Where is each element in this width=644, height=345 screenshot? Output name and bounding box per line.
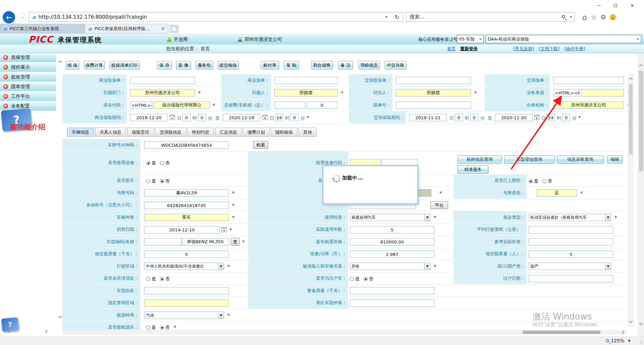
displacement-input[interactable]: 2.987 (350, 251, 434, 258)
radio-yes[interactable] (146, 179, 150, 183)
licensed-radio[interactable]: 是否 (529, 178, 552, 184)
is-new-car-radio[interactable]: 是否 (146, 178, 170, 184)
address-bar[interactable]: e http://10.134.132.176:8000/prpall/?cal… (29, 12, 403, 22)
ctp-period-to-hour[interactable]: 24 (547, 114, 555, 121)
source-input-2[interactable] (581, 89, 624, 96)
search-icon[interactable] (562, 15, 565, 18)
belong-input[interactable]: 邢丽霞 (274, 89, 338, 96)
recommend-code-input[interactable] (350, 159, 381, 166)
scroll-right-icon[interactable] (621, 330, 624, 334)
scrollbar-thumb[interactable] (523, 331, 600, 334)
scroll-up-icon[interactable] (58, 60, 62, 64)
new-price-input[interactable]: 810000.00 (350, 238, 434, 246)
radio-no[interactable] (160, 161, 164, 165)
browser-tab-core-system[interactable]: e PICC第三代核心业务系统 (0, 24, 85, 33)
submit-underwriting-button[interactable]: 提交核保 (218, 61, 238, 69)
first-reg-input[interactable]: 2014-12-10 (144, 226, 220, 233)
actual-value-input[interactable] (529, 238, 613, 246)
chevron-down-icon[interactable]: ▼ (628, 339, 631, 343)
info-collection-query-button[interactable]: 信息采集查询 (557, 155, 604, 163)
calendar-icon[interactable] (534, 115, 539, 120)
maximize-button[interactable] (607, 0, 624, 11)
radio-yes[interactable] (146, 326, 150, 330)
model-code-input[interactable] (144, 238, 182, 246)
import-type-select[interactable]: 国产▼ (529, 263, 611, 270)
horizontal-scrollbar[interactable] (62, 330, 627, 335)
settings-gear-icon[interactable]: ⚙ (600, 13, 606, 21)
group-no-input[interactable] (396, 101, 471, 109)
biz-period-to-input[interactable]: 2020-12-19 (223, 114, 260, 121)
save-button[interactable]: 保 存 (157, 61, 172, 69)
insured-relation-select[interactable]: 所有▼ (350, 263, 430, 270)
ctp-period-from-min[interactable]: 0 (470, 114, 478, 121)
sidebar-item-endorsement[interactable]: 批改管理 (0, 73, 56, 81)
feedback-link[interactable]: [意见反馈] (513, 46, 534, 52)
transfer-date-input[interactable] (529, 275, 613, 282)
tab-ctp-info[interactable]: 交强险信息 (155, 128, 186, 137)
query-area-input[interactable] (144, 299, 229, 307)
usage-select[interactable]: 家庭自用汽车▼ (350, 214, 430, 221)
tab-coverage[interactable]: 保险责任 (127, 128, 154, 137)
home-icon[interactable]: ⌂ (582, 13, 587, 21)
tab-summary[interactable]: 汇总信息 (215, 128, 242, 137)
biz-period-to-min[interactable]: 0 (290, 114, 299, 121)
ctp-period-to-input[interactable]: 2020-11-20 (495, 114, 533, 121)
engine-no-input[interactable]: 64282641618745 (144, 202, 229, 209)
sidebar-item-group-policy[interactable]: 团单管理 (0, 82, 56, 91)
model-check-button[interactable]: 查 (231, 238, 239, 246)
manual-link[interactable]: [操作手册] (564, 46, 585, 52)
joint-sales-button[interactable]: 联合销售 (311, 61, 333, 69)
zhongjiao-xinglu-button[interactable]: 中交兴路 (385, 61, 406, 69)
ctp-period-from-hour[interactable]: 0 (455, 114, 463, 121)
search-input[interactable]: 搜索... ▾ (406, 12, 575, 22)
ctp-policy-input[interactable] (553, 77, 624, 84)
model-alias-input[interactable] (144, 287, 229, 294)
product-select[interactable]: DAA-机动车商业保险∨ (486, 35, 641, 43)
scroll-down-icon[interactable] (629, 319, 633, 323)
tab-vehicle-info[interactable]: 车辆信息 (67, 128, 94, 137)
tab-related-parties[interactable]: 关系人信息 (95, 128, 126, 137)
scroll-up-icon[interactable] (629, 77, 633, 81)
transfer-radio[interactable]: 是否 (350, 276, 373, 282)
biz-period-to-hour[interactable]: 24 (275, 114, 283, 121)
calendar-icon[interactable] (170, 115, 175, 120)
loss-ratio-button[interactable]: 赔付率 (261, 61, 279, 69)
precise-service-button[interactable]: 精准服务 (458, 165, 488, 174)
curb-weight-input[interactable] (350, 287, 434, 294)
browser-tab-underwriting[interactable]: e PICC承保系统(应用程序版... ✕ (85, 24, 168, 33)
clause-type-select[interactable]: 机动车综合条款（家庭自用汽车▼ (529, 214, 611, 221)
issue-org-input[interactable]: 郑州市惠济支公司 (553, 101, 624, 109)
edit-button[interactable]: 编辑 (607, 155, 623, 163)
load-weight-input[interactable]: 0 (144, 251, 229, 258)
biz-policy-input[interactable] (274, 77, 338, 84)
risk-class-select[interactable]: 05-车险∨ (457, 35, 484, 43)
total-premium-input[interactable] (274, 101, 305, 109)
feedback-smiley-icon[interactable] (610, 14, 616, 20)
biz-period-from-input[interactable]: 2019-12-20 (130, 114, 168, 121)
radio-no[interactable] (542, 179, 546, 183)
claim-status-button[interactable]: 理赔状态 (359, 61, 380, 69)
dept-input[interactable]: 郑州市惠济支公司 (130, 89, 195, 96)
radio-yes[interactable] (146, 277, 150, 281)
new-tab-button[interactable]: ✦ (170, 25, 178, 33)
relogin-link[interactable]: 重新登录 (460, 46, 478, 52)
recommend-code-input-2[interactable] (382, 159, 418, 166)
chevron-down-icon[interactable]: ▾ (385, 15, 387, 19)
model-name-input[interactable]: 奔驰BENZ ML350 (182, 238, 229, 246)
seats-input[interactable]: 5 (529, 251, 613, 258)
page-vertical-scrollbar[interactable] (638, 53, 644, 337)
radio-no[interactable] (160, 179, 164, 183)
scroll-right-icon[interactable] (44, 329, 47, 333)
zoom-control[interactable]: 125% ▼ (606, 338, 631, 343)
tab-assist-underwriting[interactable]: 辅助核保 (271, 128, 298, 137)
scroll-up-icon[interactable] (639, 64, 643, 68)
scrollbar-thumb[interactable] (629, 84, 633, 154)
ctp-application-input[interactable] (396, 77, 471, 84)
platform-button[interactable]: 平台 (430, 201, 448, 209)
energy-type-select[interactable]: 汽油▼ (144, 312, 224, 319)
close-button[interactable]: ✕ (624, 0, 641, 11)
scrollbar-thumb[interactable] (639, 71, 643, 171)
download-link[interactable]: [文档下载] (539, 46, 559, 52)
imaging-button[interactable]: 影 像 (176, 61, 191, 69)
recommend-repair-radio[interactable]: 是否 (146, 160, 170, 166)
